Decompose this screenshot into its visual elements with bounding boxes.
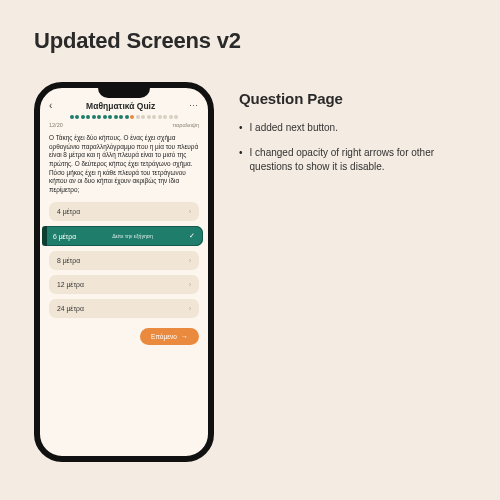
answer-option[interactable]: 4 μέτρα › bbox=[49, 202, 199, 221]
question-counter: 12/20 bbox=[49, 122, 63, 128]
answer-label: 6 μέτρα bbox=[53, 233, 76, 240]
answer-label: 4 μέτρα bbox=[57, 208, 80, 215]
chevron-right-icon: › bbox=[189, 257, 191, 264]
answer-option[interactable]: 24 μέτρα › bbox=[49, 299, 199, 318]
quiz-title: Μαθηματικά Quiz bbox=[52, 101, 189, 111]
progress-bar bbox=[49, 115, 199, 119]
note-item: I added next button. bbox=[239, 121, 466, 136]
page-title: Updated Screens v2 bbox=[34, 28, 466, 54]
phone-mockup: ‹ Μαθηματικά Quiz ⋯ 12/20 παραλειψη Ο Τά… bbox=[34, 82, 214, 462]
skip-link[interactable]: παραλειψη bbox=[172, 122, 199, 128]
next-button[interactable]: Επόμενο → bbox=[140, 328, 199, 345]
answer-list: 4 μέτρα › 6 μέτρα Δείτε την εξήγηση ✓ 8 … bbox=[49, 202, 199, 318]
explanation-link[interactable]: Δείτε την εξήγηση bbox=[112, 233, 153, 239]
answer-option[interactable]: 8 μέτρα › bbox=[49, 251, 199, 270]
answer-label: 24 μέτρα bbox=[57, 305, 84, 312]
check-icon: ✓ bbox=[189, 232, 195, 240]
chevron-right-icon: › bbox=[189, 208, 191, 215]
quiz-header: ‹ Μαθηματικά Quiz ⋯ bbox=[49, 100, 199, 111]
chevron-right-icon: › bbox=[189, 281, 191, 288]
quiz-meta: 12/20 παραλειψη bbox=[49, 122, 199, 128]
answer-option[interactable]: 12 μέτρα › bbox=[49, 275, 199, 294]
question-text: Ο Τάκης έχει δύο κήπους. Ο ένας έχει σχή… bbox=[49, 134, 199, 194]
arrow-right-icon: → bbox=[181, 333, 188, 340]
answer-label: 12 μέτρα bbox=[57, 281, 84, 288]
phone-notch bbox=[98, 88, 150, 98]
section-heading: Question Page bbox=[239, 90, 466, 107]
menu-icon[interactable]: ⋯ bbox=[189, 101, 199, 111]
notes-list: I added next button. I changed opacity o… bbox=[239, 121, 466, 175]
answer-option-selected[interactable]: 6 μέτρα Δείτε την εξήγηση ✓ bbox=[45, 226, 203, 246]
next-button-label: Επόμενο bbox=[151, 333, 177, 340]
chevron-right-icon: › bbox=[189, 305, 191, 312]
notes-column: Question Page I added next button. I cha… bbox=[239, 82, 466, 185]
content-row: ‹ Μαθηματικά Quiz ⋯ 12/20 παραλειψη Ο Τά… bbox=[34, 82, 466, 462]
answer-label: 8 μέτρα bbox=[57, 257, 80, 264]
note-item: I changed opacity of right arrows for ot… bbox=[239, 146, 466, 175]
